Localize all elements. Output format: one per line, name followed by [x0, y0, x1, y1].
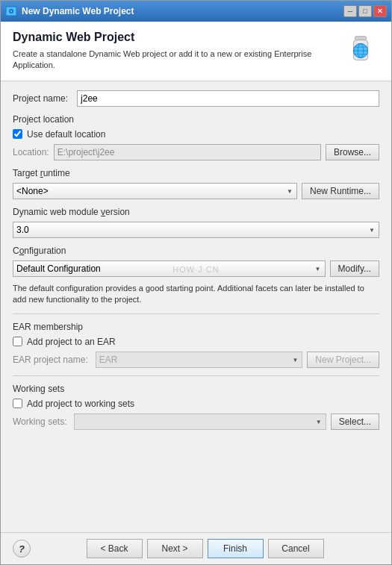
close-button[interactable]: ✕ — [373, 5, 387, 17]
configuration-section-label: Configuration — [13, 246, 379, 256]
header-text: Dynamic Web Project Create a standalone … — [13, 31, 335, 72]
main-window: New Dynamic Web Project ─ □ ✕ Dynamic We… — [0, 0, 392, 565]
location-row: Location: Browse... — [13, 144, 379, 160]
header-description: Create a standalone Dynamic Web project … — [13, 49, 335, 72]
project-name-input[interactable] — [77, 90, 379, 107]
use-default-location-text: Use default location — [27, 129, 105, 140]
cancel-button[interactable]: Cancel — [268, 539, 324, 558]
configuration-row: Default Configuration Modify... — [13, 260, 379, 277]
svg-point-2 — [10, 10, 13, 13]
back-button[interactable]: < Back — [87, 539, 143, 558]
project-name-label: Project name: — [13, 93, 68, 104]
title-bar-buttons: ─ □ ✕ — [343, 5, 387, 17]
window-title: New Dynamic Web Project — [22, 6, 343, 16]
dynamic-web-module-select-wrapper: 3.0 — [13, 222, 379, 238]
location-input[interactable] — [54, 144, 321, 160]
configuration-select[interactable]: Default Configuration — [13, 260, 326, 277]
target-runtime-label: Target runtime — [13, 168, 379, 178]
working-sets-label: Working sets — [13, 384, 379, 394]
help-button[interactable]: ? — [13, 540, 31, 558]
project-icon — [342, 31, 379, 68]
working-sets-select[interactable] — [74, 413, 326, 430]
footer-buttons: < Back Next > Finish Cancel — [31, 539, 379, 558]
select-working-sets-button[interactable]: Select... — [331, 413, 379, 430]
svg-rect-3 — [355, 37, 366, 40]
target-runtime-row: <None> New Runtime... — [13, 183, 379, 199]
use-default-location-checkbox[interactable] — [13, 129, 22, 139]
divider-2 — [13, 375, 379, 376]
minimize-button[interactable]: ─ — [343, 5, 357, 17]
title-bar: New Dynamic Web Project ─ □ ✕ — [1, 1, 391, 22]
target-runtime-select[interactable]: <None> — [13, 183, 297, 199]
ear-project-name-label: EAR project name: — [13, 355, 88, 365]
dynamic-web-module-label: Dynamic web module version — [13, 207, 379, 217]
add-to-working-sets-row: Add project to working sets — [13, 399, 379, 409]
add-to-working-sets-text: Add project to working sets — [27, 399, 134, 409]
browse-button[interactable]: Browse... — [326, 144, 379, 160]
location-label: Location: — [13, 147, 49, 157]
ear-project-select[interactable]: EAR — [96, 352, 303, 368]
new-project-button[interactable]: New Project... — [307, 352, 379, 368]
working-sets-row: Working sets: Select... — [13, 413, 379, 430]
project-name-row: Project name: — [13, 90, 379, 107]
new-runtime-button[interactable]: New Runtime... — [302, 183, 379, 199]
form-area: Project name: Project location Use defau… — [1, 81, 391, 532]
configuration-select-wrapper: Default Configuration — [13, 260, 326, 277]
add-to-working-sets-checkbox[interactable] — [13, 399, 22, 408]
finish-button[interactable]: Finish — [208, 539, 264, 558]
working-sets-select-wrapper — [74, 413, 326, 430]
ear-project-name-row: EAR project name: EAR New Project... — [13, 352, 379, 368]
next-button[interactable]: Next > — [147, 539, 203, 558]
add-to-ear-text: Add project to an EAR — [27, 337, 116, 347]
header-title: Dynamic Web Project — [13, 31, 335, 44]
dynamic-web-module-row: 3.0 — [13, 222, 379, 238]
content-area: Dynamic Web Project Create a standalone … — [1, 22, 391, 564]
target-runtime-select-wrapper: <None> — [13, 183, 297, 199]
footer: ? < Back Next > Finish Cancel — [1, 532, 391, 564]
window-icon — [5, 5, 17, 17]
project-location-label: Project location — [13, 114, 379, 125]
ear-project-select-wrapper: EAR — [96, 352, 303, 368]
working-sets-select-label: Working sets: — [13, 416, 66, 427]
header-section: Dynamic Web Project Create a standalone … — [1, 22, 391, 81]
divider-1 — [13, 313, 379, 314]
modify-button[interactable]: Modify... — [330, 260, 379, 277]
add-to-ear-row: Add project to an EAR — [13, 337, 379, 347]
use-default-location-row: Use default location — [13, 129, 379, 140]
dynamic-web-module-select[interactable]: 3.0 — [13, 222, 379, 238]
ear-membership-label: EAR membership — [13, 322, 379, 332]
add-to-ear-checkbox[interactable] — [13, 337, 22, 346]
maximize-button[interactable]: □ — [358, 5, 372, 17]
configuration-description: The default configuration provides a goo… — [13, 283, 379, 306]
footer-left: ? — [13, 540, 31, 558]
